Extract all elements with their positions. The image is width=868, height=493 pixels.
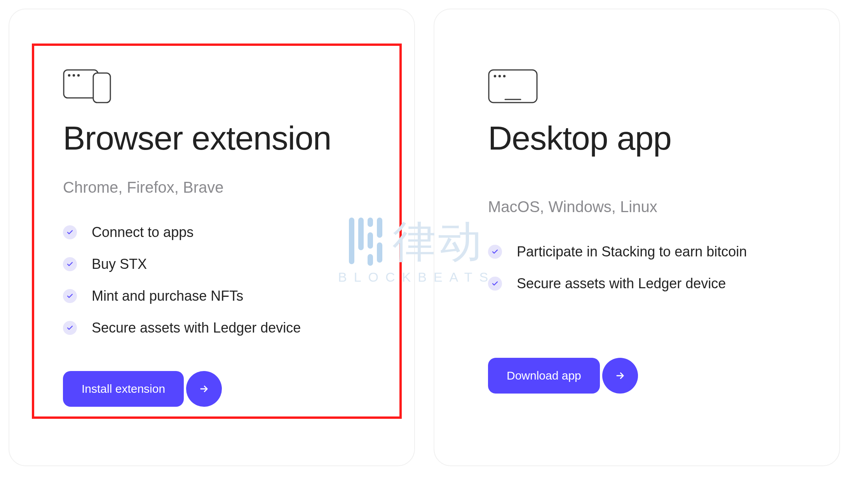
feature-text: Buy STX (92, 256, 147, 272)
check-icon (63, 289, 77, 303)
svg-point-1 (68, 74, 70, 77)
install-extension-arrow-button[interactable] (186, 371, 222, 407)
check-icon (488, 277, 502, 291)
list-item: Mint and purchase NFTs (63, 288, 375, 304)
feature-text: Participate in Stacking to earn bitcoin (517, 244, 747, 260)
check-icon (488, 245, 502, 259)
browser-extension-title: Browser extension (63, 120, 375, 155)
feature-text: Connect to apps (92, 224, 193, 240)
list-item: Buy STX (63, 256, 375, 272)
desktop-app-subtitle: MacOS, Windows, Linux (488, 198, 800, 216)
feature-text: Secure assets with Ledger device (92, 320, 301, 336)
arrow-right-icon (199, 383, 209, 394)
list-item: Secure assets with Ledger device (488, 275, 800, 292)
desktop-app-icon (488, 69, 800, 103)
list-item: Connect to apps (63, 224, 375, 240)
download-app-arrow-button[interactable] (602, 358, 638, 394)
desktop-app-title: Desktop app (488, 120, 800, 155)
svg-point-8 (503, 75, 505, 77)
svg-point-6 (494, 75, 496, 77)
desktop-app-feature-list: Participate in Stacking to earn bitcoin … (488, 244, 800, 292)
svg-point-3 (77, 74, 80, 77)
check-icon (63, 225, 77, 239)
desktop-app-card: Desktop app MacOS, Windows, Linux Partic… (434, 9, 840, 466)
check-icon (63, 321, 77, 335)
browser-extension-subtitle: Chrome, Firefox, Brave (63, 179, 375, 196)
svg-rect-4 (93, 73, 110, 103)
feature-text: Secure assets with Ledger device (517, 275, 726, 292)
browser-extension-icon (63, 69, 375, 103)
svg-point-7 (498, 75, 501, 77)
download-app-button[interactable]: Download app (488, 358, 600, 394)
list-item: Secure assets with Ledger device (63, 320, 375, 336)
svg-rect-5 (489, 70, 537, 103)
browser-extension-feature-list: Connect to apps Buy STX Mint and purchas… (63, 224, 375, 336)
feature-text: Mint and purchase NFTs (92, 288, 243, 304)
install-extension-button[interactable]: Install extension (63, 371, 184, 407)
arrow-right-icon (615, 370, 626, 381)
list-item: Participate in Stacking to earn bitcoin (488, 244, 800, 260)
check-icon (63, 257, 77, 271)
svg-point-2 (73, 74, 75, 77)
browser-extension-card: Browser extension Chrome, Firefox, Brave… (9, 9, 415, 466)
